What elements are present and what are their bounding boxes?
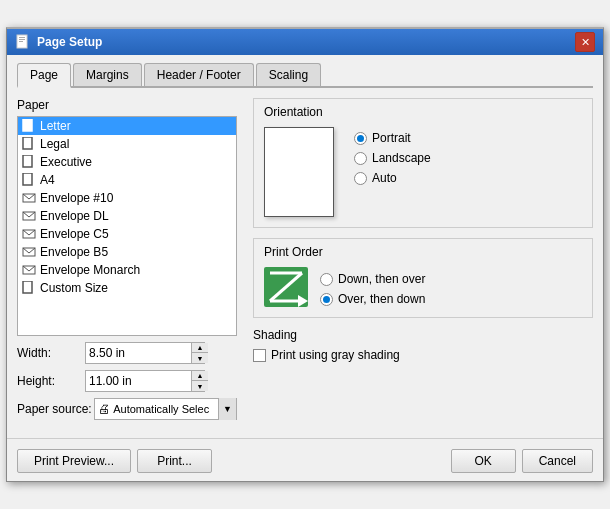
envelope-icon-envc5 xyxy=(22,227,36,241)
gray-shading-checkbox-row[interactable]: Print using gray shading xyxy=(253,348,593,362)
width-spin-down[interactable]: ▼ xyxy=(192,353,208,363)
svg-rect-6 xyxy=(24,123,29,124)
page-preview xyxy=(264,127,334,217)
radio-auto-label: Auto xyxy=(372,171,397,185)
envelope-icon-env10 xyxy=(22,191,36,205)
height-spin-up[interactable]: ▲ xyxy=(192,371,208,381)
orientation-radio-group: Portrait Landscape Auto xyxy=(354,131,431,185)
width-input-wrap: ▲ ▼ xyxy=(85,342,205,364)
height-input-wrap: ▲ ▼ xyxy=(85,370,205,392)
svg-rect-1 xyxy=(19,37,25,38)
ok-button[interactable]: OK xyxy=(451,449,516,473)
height-spin-down[interactable]: ▼ xyxy=(192,381,208,391)
envelope-icon-envmonarch xyxy=(22,263,36,277)
close-button[interactable]: ✕ xyxy=(575,32,595,52)
radio-landscape-label: Landscape xyxy=(372,151,431,165)
radio-portrait[interactable]: Portrait xyxy=(354,131,431,145)
radio-portrait-btn[interactable] xyxy=(354,132,367,145)
svg-rect-2 xyxy=(19,39,25,40)
paper-item-envb5[interactable]: Envelope B5 xyxy=(18,243,236,261)
paper-list[interactable]: Letter Legal Executive xyxy=(17,116,237,336)
title-bar-left: Page Setup xyxy=(15,34,102,50)
print-order-radio-group: Down, then over Over, then down xyxy=(320,272,425,306)
radio-down-then-over-label: Down, then over xyxy=(338,272,425,286)
print-order-section: Print Order xyxy=(253,238,593,318)
print-order-icon xyxy=(264,267,308,307)
paper-item-custom[interactable]: Custom Size xyxy=(18,279,236,297)
bottom-left-buttons: Print Preview... Print... xyxy=(17,449,212,473)
radio-portrait-label: Portrait xyxy=(372,131,411,145)
source-select[interactable]: 🖨 Automatically Selec ▼ xyxy=(94,398,237,420)
gray-shading-label: Print using gray shading xyxy=(271,348,400,362)
tab-bar: Page Margins Header / Footer Scaling xyxy=(17,63,593,88)
paper-item-envdl[interactable]: Envelope DL xyxy=(18,207,236,225)
paper-item-a4[interactable]: A4 xyxy=(18,171,236,189)
left-panel: Paper Letter xyxy=(17,98,237,420)
title-bar: Page Setup ✕ xyxy=(7,29,603,55)
bottom-right-buttons: OK Cancel xyxy=(451,449,593,473)
shading-section: Shading Print using gray shading xyxy=(253,328,593,362)
paper-item-envc5[interactable]: Envelope C5 xyxy=(18,225,236,243)
paper-label-executive: Executive xyxy=(40,155,92,169)
paper-item-executive[interactable]: Executive xyxy=(18,153,236,171)
orientation-title: Orientation xyxy=(264,105,582,119)
radio-auto[interactable]: Auto xyxy=(354,171,431,185)
height-label: Height: xyxy=(17,374,85,388)
radio-auto-btn[interactable] xyxy=(354,172,367,185)
source-dropdown-arrow[interactable]: ▼ xyxy=(218,398,236,420)
paper-label-env10: Envelope #10 xyxy=(40,191,113,205)
paper-label-envc5: Envelope C5 xyxy=(40,227,109,241)
print-button[interactable]: Print... xyxy=(137,449,212,473)
paper-item-envmonarch[interactable]: Envelope Monarch xyxy=(18,261,236,279)
print-order-title: Print Order xyxy=(264,245,582,259)
tab-margins[interactable]: Margins xyxy=(73,63,142,86)
radio-over-then-down[interactable]: Over, then down xyxy=(320,292,425,306)
height-spinner: ▲ ▼ xyxy=(191,371,208,391)
envelope-icon-envb5 xyxy=(22,245,36,259)
paper-label-envdl: Envelope DL xyxy=(40,209,109,223)
bottom-bar: Print Preview... Print... OK Cancel xyxy=(7,438,603,481)
paper-label-letter: Letter xyxy=(40,119,71,133)
width-spin-up[interactable]: ▲ xyxy=(192,343,208,353)
radio-landscape[interactable]: Landscape xyxy=(354,151,431,165)
tab-page[interactable]: Page xyxy=(17,63,71,88)
envelope-icon-envdl xyxy=(22,209,36,223)
svg-rect-5 xyxy=(24,121,29,122)
printer-icon: 🖨 xyxy=(98,402,110,416)
shading-title: Shading xyxy=(253,328,593,342)
height-input[interactable] xyxy=(86,373,191,389)
height-row: Height: ▲ ▼ xyxy=(17,370,237,392)
orientation-content: Portrait Landscape Auto xyxy=(264,127,582,217)
tab-scaling[interactable]: Scaling xyxy=(256,63,321,86)
paper-item-letter[interactable]: Letter xyxy=(18,117,236,135)
paper-item-env10[interactable]: Envelope #10 xyxy=(18,189,236,207)
tab-header-footer[interactable]: Header / Footer xyxy=(144,63,254,86)
dialog-title: Page Setup xyxy=(37,35,102,49)
width-input[interactable] xyxy=(86,345,191,361)
gray-shading-checkbox[interactable] xyxy=(253,349,266,362)
radio-down-then-over[interactable]: Down, then over xyxy=(320,272,425,286)
svg-rect-8 xyxy=(23,155,32,167)
paper-label-envmonarch: Envelope Monarch xyxy=(40,263,140,277)
page-icon-executive xyxy=(22,155,36,169)
paper-label-legal: Legal xyxy=(40,137,69,151)
print-preview-button[interactable]: Print Preview... xyxy=(17,449,131,473)
radio-over-then-down-label: Over, then down xyxy=(338,292,425,306)
cancel-button[interactable]: Cancel xyxy=(522,449,593,473)
svg-rect-9 xyxy=(23,173,32,185)
paper-item-legal[interactable]: Legal xyxy=(18,135,236,153)
page-icon-letter xyxy=(22,119,36,133)
svg-rect-7 xyxy=(23,137,32,149)
print-order-content: Down, then over Over, then down xyxy=(264,267,582,307)
svg-rect-3 xyxy=(19,41,23,42)
dialog-content: Page Margins Header / Footer Scaling Pap… xyxy=(7,55,603,430)
paper-label-envb5: Envelope B5 xyxy=(40,245,108,259)
radio-down-then-over-btn[interactable] xyxy=(320,273,333,286)
paper-label-a4: A4 xyxy=(40,173,55,187)
svg-rect-15 xyxy=(23,281,32,293)
page-setup-icon xyxy=(15,34,31,50)
right-panel: Orientation Portrait Landscape xyxy=(253,98,593,420)
radio-over-then-down-btn[interactable] xyxy=(320,293,333,306)
radio-landscape-btn[interactable] xyxy=(354,152,367,165)
orientation-section: Orientation Portrait Landscape xyxy=(253,98,593,228)
